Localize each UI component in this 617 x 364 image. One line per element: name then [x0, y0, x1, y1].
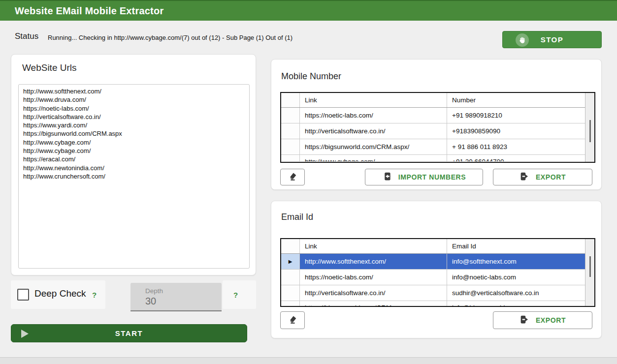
table-row[interactable]: https://noetic-labs.com/ +91 9890918210	[281, 108, 585, 123]
row-header[interactable]	[281, 285, 300, 301]
vertical-scrollbar[interactable]	[585, 239, 594, 306]
mobile-col-number: Number	[447, 93, 585, 107]
hand-icon	[516, 33, 529, 47]
status-label: Status	[15, 31, 38, 41]
email-cell[interactable]: sudhir@verticalsoftware.co.in	[447, 285, 585, 301]
email-id-title: Email Id	[281, 212, 313, 222]
table-row[interactable]: https://bigsunworld.com/CRM.aspx/ + 91 8…	[281, 139, 585, 155]
table-row-clipped[interactable]: http://www.cybage.com/ +91 20 66044700	[281, 155, 585, 161]
import-numbers-label: IMPORT NUMBERS	[398, 173, 466, 181]
row-header[interactable]	[281, 108, 300, 123]
mobile-col-link: Link	[300, 93, 447, 107]
deep-check-label: Deep Check	[34, 288, 86, 299]
export-numbers-label: EXPORT	[536, 173, 566, 181]
play-icon	[21, 330, 29, 340]
link-cell[interactable]: https://bigsunworld.com/CRM.aspx	[300, 301, 447, 307]
table-row-clipped[interactable]: https://bigsunworld.com/CRM.aspx info@bi…	[281, 301, 585, 307]
email-id-table: Link Email Id ▶ http://www.softthenext.c…	[280, 238, 595, 307]
status-message: Running... Checking in http://www.cybage…	[48, 34, 292, 41]
link-cell[interactable]: http://www.cybage.com/	[300, 155, 447, 161]
stop-button-label: STOP	[541, 35, 564, 44]
depth-field[interactable]: Depth 30	[130, 283, 222, 311]
title-bar: Website EMail Mobile Extractor	[0, 0, 617, 21]
export-icon	[520, 314, 530, 327]
number-cell[interactable]: +91 9890918210	[447, 108, 585, 123]
export-emails-label: EXPORT	[536, 316, 566, 324]
scrollbar-thumb[interactable]	[589, 256, 591, 277]
eraser-icon	[287, 314, 298, 327]
window-footer	[0, 357, 617, 364]
depth-help-backing	[223, 280, 256, 309]
table-row-selected[interactable]: ▶ http://www.softthenext.com/ info@softt…	[281, 254, 585, 270]
import-icon	[382, 171, 392, 183]
row-header-corner	[281, 93, 300, 107]
link-cell[interactable]: http://verticalsoftware.co.in/	[300, 285, 447, 301]
link-cell[interactable]: http://verticalsoftware.co.in/	[300, 123, 447, 139]
mobile-table-header-row: Link Number	[281, 93, 585, 108]
current-row-header[interactable]: ▶	[281, 254, 300, 269]
number-cell[interactable]: +91 20 66044700	[447, 155, 585, 161]
table-row[interactable]: https://noetic-labs.com/ info@noetic-lab…	[281, 270, 585, 285]
email-table-header-row: Link Email Id	[281, 239, 585, 254]
website-urls-panel: WebSite Urls http://www.softthenext.com/…	[11, 54, 256, 275]
website-urls-input[interactable]: http://www.softthenext.com/ http://www.d…	[18, 84, 250, 269]
number-cell[interactable]: +918390859090	[447, 123, 585, 139]
start-button-label: START	[115, 329, 143, 337]
depth-field-value: 30	[145, 296, 156, 307]
clear-email-button[interactable]	[280, 311, 305, 329]
number-cell[interactable]: + 91 886 011 8923	[447, 139, 585, 154]
email-cell[interactable]: info@bigsunworld.com	[447, 301, 585, 307]
email-cell[interactable]: info@noetic-labs.com	[447, 270, 585, 285]
mobile-number-title: Mobile Number	[281, 71, 341, 82]
row-header[interactable]	[281, 270, 300, 285]
vertical-scrollbar[interactable]	[585, 93, 594, 162]
row-header[interactable]	[281, 123, 300, 139]
mobile-number-panel: Mobile Number Link Number https://noetic…	[271, 59, 602, 190]
export-numbers-button[interactable]: EXPORT	[493, 169, 592, 185]
row-header[interactable]	[281, 155, 300, 161]
depth-field-label: Depth	[145, 287, 163, 295]
clear-mobile-button[interactable]	[280, 169, 305, 185]
email-id-panel: Email Id Link Email Id ▶ http://www.soft…	[271, 201, 602, 338]
deep-check-checkbox[interactable]	[17, 289, 29, 301]
deep-check-help-icon[interactable]: ?	[92, 291, 97, 299]
row-header-corner	[281, 239, 300, 253]
email-col-emailid: Email Id	[447, 239, 585, 253]
import-numbers-button[interactable]: IMPORT NUMBERS	[365, 169, 483, 185]
row-header[interactable]	[281, 301, 300, 307]
scrollbar-thumb[interactable]	[589, 120, 591, 142]
link-cell[interactable]: https://noetic-labs.com/	[300, 108, 447, 123]
link-cell[interactable]: https://noetic-labs.com/	[300, 270, 447, 285]
export-emails-button[interactable]: EXPORT	[493, 311, 592, 329]
link-cell[interactable]: http://www.softthenext.com/	[300, 254, 447, 269]
current-row-arrow-icon: ▶	[289, 259, 292, 264]
eraser-icon	[287, 171, 298, 183]
email-cell[interactable]: info@softthenext.com	[447, 254, 585, 269]
row-header[interactable]	[281, 139, 300, 154]
website-urls-title: WebSite Urls	[22, 62, 77, 73]
start-button[interactable]: START	[11, 324, 247, 342]
mobile-number-table: Link Number https://noetic-labs.com/ +91…	[280, 92, 595, 163]
email-col-link: Link	[300, 239, 447, 253]
stop-button[interactable]: STOP	[502, 31, 602, 48]
table-row[interactable]: http://verticalsoftware.co.in/ sudhir@ve…	[281, 285, 585, 301]
table-row[interactable]: http://verticalsoftware.co.in/ +91839085…	[281, 123, 585, 139]
export-icon	[520, 171, 530, 183]
app-title: Website EMail Mobile Extractor	[15, 5, 163, 17]
depth-help-icon[interactable]: ?	[233, 291, 238, 299]
link-cell[interactable]: https://bigsunworld.com/CRM.aspx/	[300, 139, 447, 154]
